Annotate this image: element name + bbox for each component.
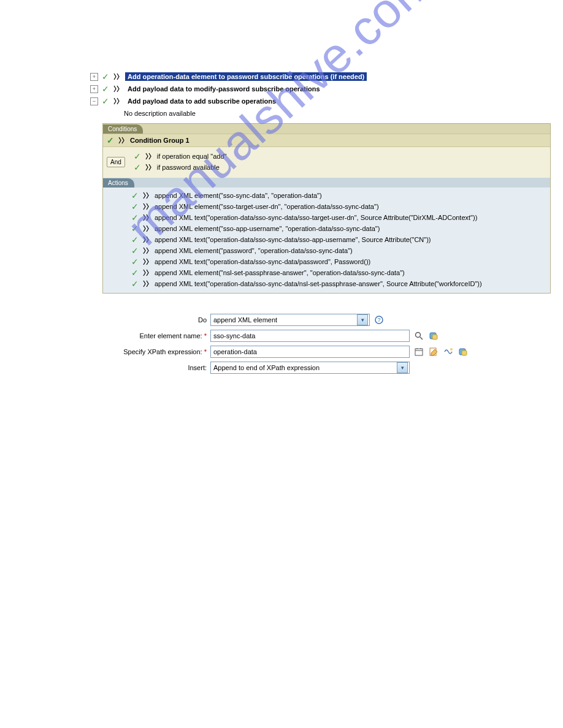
enabled-check-icon: ✓ — [107, 136, 114, 145]
enabled-check-icon: ✓ — [131, 246, 139, 255]
enabled-check-icon: ✓ — [134, 163, 141, 172]
trace-icon — [142, 279, 151, 288]
action-text: append XML text("operation-data/sso-sync… — [155, 214, 477, 221]
enabled-check-icon: ✓ — [102, 97, 109, 105]
collapse-icon[interactable]: − — [90, 97, 98, 105]
expand-icon[interactable]: + — [90, 73, 98, 81]
action-item[interactable]: ✓append XML element("nsl-set-passphrase-… — [131, 267, 546, 278]
action-text: append XML text("operation-data/sso-sync… — [155, 258, 370, 265]
trace-icon — [142, 213, 151, 222]
do-select[interactable]: append XML element ▾ — [210, 314, 370, 326]
trace-icon — [142, 191, 151, 200]
rule-description: No description available — [102, 108, 551, 121]
action-text: append XML text("operation-data/sso-sync… — [155, 236, 431, 243]
noun-browser-icon[interactable] — [458, 346, 469, 357]
do-select-value: append XML element — [213, 316, 277, 324]
action-item[interactable]: ✓append XML element("sso-app-username", … — [131, 223, 546, 234]
condition-group-label: Condition Group 1 — [130, 137, 190, 144]
calendar-icon[interactable] — [413, 346, 424, 357]
svg-rect-5 — [432, 335, 437, 339]
enabled-check-icon: ✓ — [102, 72, 109, 81]
conditions-section: Conditions ✓ Condition Group 1 And ✓ if … — [103, 124, 550, 178]
enabled-check-icon: ✓ — [134, 152, 141, 161]
rule-title[interactable]: Add operation-data element to password s… — [125, 72, 367, 81]
condition-group-header[interactable]: ✓ Condition Group 1 — [103, 134, 550, 147]
local-variable-icon[interactable] — [443, 346, 454, 357]
action-item[interactable]: ✓append XML text("operation-data/sso-syn… — [131, 212, 546, 223]
chevron-down-icon: ▾ — [357, 314, 368, 325]
enabled-check-icon: ✓ — [131, 213, 139, 222]
search-icon[interactable] — [413, 330, 424, 341]
rule-row[interactable]: + ✓ Add operation-data element to passwo… — [90, 70, 551, 83]
trace-icon — [142, 235, 151, 244]
chevron-down-icon: ▾ — [397, 362, 408, 373]
trace-icon — [118, 136, 126, 145]
expand-icon[interactable]: + — [90, 85, 98, 93]
trace-icon — [142, 202, 151, 211]
enabled-check-icon: ✓ — [131, 279, 139, 288]
insert-select[interactable]: Append to end of XPath expression ▾ — [210, 362, 410, 374]
action-item[interactable]: ✓append XML element("sso-sync-data", "op… — [131, 190, 546, 201]
action-item[interactable]: ✓append XML text("operation-data/sso-syn… — [131, 278, 546, 289]
trace-icon — [113, 85, 121, 93]
action-text: append XML element("sso-app-username", "… — [155, 225, 380, 232]
condition-item[interactable]: ✓ if operation equal "add" — [134, 151, 546, 162]
xpath-input[interactable] — [210, 346, 410, 358]
action-item[interactable]: ✓append XML element("password", "operati… — [131, 245, 546, 256]
trace-icon — [113, 72, 121, 81]
edit-icon[interactable] — [428, 346, 439, 357]
trace-icon — [142, 268, 151, 277]
enabled-check-icon: ✓ — [131, 257, 139, 266]
insert-label: Insert: — [93, 364, 210, 371]
element-name-input[interactable] — [210, 330, 410, 342]
noun-browser-icon[interactable] — [428, 330, 439, 341]
action-text: append XML element("password", "operatio… — [155, 247, 353, 254]
action-text: append XML text("operation-data/sso-sync… — [155, 280, 482, 287]
action-text: append XML element("nsl-set-passphrase-a… — [155, 269, 405, 276]
enabled-check-icon: ✓ — [131, 224, 139, 233]
actions-tab: Actions — [103, 178, 134, 188]
trace-icon — [142, 224, 151, 233]
trace-icon — [145, 163, 153, 172]
enabled-check-icon: ✓ — [102, 85, 109, 93]
rule-title[interactable]: Add payload data to modify-password subs… — [125, 85, 323, 93]
action-item[interactable]: ✓append XML element("sso-target-user-dn"… — [131, 201, 546, 212]
svg-point-2 — [416, 333, 421, 338]
svg-point-11 — [450, 348, 453, 351]
action-item[interactable]: ✓append XML text("operation-data/sso-syn… — [131, 256, 546, 267]
actions-section: Actions ✓append XML element("sso-sync-da… — [103, 178, 550, 293]
enabled-check-icon: ✓ — [131, 268, 139, 277]
trace-icon — [113, 97, 121, 105]
rule-row[interactable]: − ✓ Add payload data to add subscribe op… — [90, 95, 551, 107]
and-or-button[interactable]: And — [107, 157, 125, 167]
action-text: append XML element("sso-sync-data", "ope… — [155, 192, 322, 199]
trace-icon — [142, 257, 151, 266]
condition-item[interactable]: ✓ if password available — [134, 162, 546, 173]
help-icon[interactable]: ? — [373, 314, 385, 325]
svg-rect-6 — [415, 349, 423, 355]
action-item[interactable]: ✓append XML text("operation-data/sso-syn… — [131, 234, 546, 245]
rule-title[interactable]: Add payload data to add subscribe operat… — [125, 97, 278, 105]
svg-line-3 — [420, 337, 423, 339]
conditions-tab: Conditions — [103, 124, 143, 134]
rule-row[interactable]: + ✓ Add payload data to modify-password … — [90, 83, 551, 95]
xpath-label: Specify XPath expression: * — [93, 348, 210, 355]
enabled-check-icon: ✓ — [131, 202, 139, 211]
condition-text: if password available — [157, 164, 220, 171]
enabled-check-icon: ✓ — [131, 191, 139, 200]
condition-text: if operation equal "add" — [157, 153, 227, 160]
do-label: Do — [93, 316, 210, 324]
action-form: Do append XML element ▾ ? Enter element … — [93, 312, 551, 376]
trace-icon — [142, 246, 151, 255]
element-name-label: Enter element name: * — [93, 332, 210, 339]
trace-icon — [145, 152, 153, 161]
rule-panel: Conditions ✓ Condition Group 1 And ✓ if … — [102, 123, 551, 294]
svg-text:?: ? — [377, 317, 380, 323]
enabled-check-icon: ✓ — [131, 235, 139, 244]
action-text: append XML element("sso-target-user-dn",… — [155, 203, 379, 210]
insert-select-value: Append to end of XPath expression — [213, 364, 320, 371]
svg-rect-13 — [462, 351, 467, 355]
